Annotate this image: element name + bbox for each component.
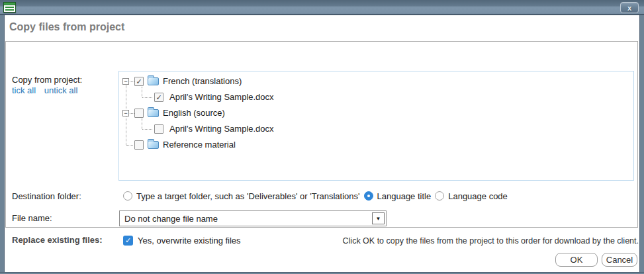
radio-language-title[interactable] bbox=[364, 191, 373, 201]
radio-target-folder[interactable] bbox=[123, 191, 132, 201]
file-name-dropdown[interactable]: Do not change file name ▼ bbox=[119, 210, 387, 226]
untick-all-link[interactable]: untick all bbox=[44, 85, 78, 95]
tree-item-label[interactable]: April's Writing Sample.docx bbox=[169, 124, 274, 134]
tree-checkbox-unchecked[interactable] bbox=[134, 109, 144, 118]
folder-icon bbox=[148, 109, 159, 117]
app-window-icon-bar bbox=[4, 3, 15, 5]
overwrite-checkbox-label[interactable]: Yes, overwrite existing files bbox=[138, 236, 241, 246]
destination-folder-label: Destination folder: bbox=[12, 191, 81, 201]
tree-item-label[interactable]: Reference material bbox=[163, 140, 236, 150]
app-window-icon-line bbox=[5, 7, 14, 8]
tree-checkbox-checked[interactable]: ✓ bbox=[154, 93, 163, 102]
dialog-content: Copy files from project Copy from projec… bbox=[5, 17, 639, 272]
radio-language-code[interactable] bbox=[435, 191, 444, 201]
tree-row-french: − ✓ French (translations) bbox=[119, 73, 633, 89]
window-frame-left bbox=[0, 15, 5, 274]
app-window-icon-line bbox=[5, 9, 14, 11]
tree-checkbox-unchecked[interactable] bbox=[134, 140, 144, 150]
app-window-icon bbox=[3, 2, 16, 13]
radio-language-title-label[interactable]: Language title bbox=[377, 191, 432, 201]
tree-row-french-file: ✓ April's Writing Sample.docx bbox=[119, 89, 633, 105]
file-name-label: File name: bbox=[12, 213, 52, 223]
copy-from-label: Copy from project: bbox=[12, 75, 82, 85]
chevron-down-icon[interactable]: ▼ bbox=[372, 212, 385, 224]
close-icon[interactable]: x bbox=[620, 2, 639, 13]
page-title: Copy files from project bbox=[9, 21, 124, 33]
collapse-expander-icon[interactable]: − bbox=[122, 78, 129, 85]
folder-icon bbox=[148, 77, 159, 85]
tree-bulk-links: tick all untick all bbox=[12, 85, 77, 95]
window-frame-right bbox=[639, 15, 644, 274]
radio-language-code-label[interactable]: Language code bbox=[448, 191, 508, 201]
overwrite-option: ✓ Yes, overwrite existing files bbox=[119, 234, 241, 247]
footer-help-text: Click OK to copy the files from the proj… bbox=[343, 236, 639, 246]
tree-checkbox-checked[interactable]: ✓ bbox=[134, 77, 144, 86]
file-tree[interactable]: − ✓ French (translations) ✓ April's Writ… bbox=[118, 71, 634, 181]
folder-icon bbox=[148, 141, 159, 149]
tick-all-link[interactable]: tick all bbox=[12, 85, 36, 95]
overwrite-checkbox[interactable]: ✓ bbox=[123, 236, 133, 246]
tree-row-english: − English (source) bbox=[119, 105, 633, 121]
radio-target-folder-label[interactable]: Type a target folder, such as 'Deliverab… bbox=[136, 191, 360, 201]
form-panel: Copy from project: tick all untick all −… bbox=[5, 41, 638, 228]
replace-existing-label: Replace existing files: bbox=[12, 235, 103, 245]
tree-item-label[interactable]: French (translations) bbox=[163, 76, 242, 86]
collapse-expander-icon[interactable]: − bbox=[122, 110, 129, 116]
window-titlebar: x bbox=[0, 0, 644, 15]
tree-item-label[interactable]: April's Writing Sample.docx bbox=[169, 92, 274, 102]
destination-options: Type a target folder, such as 'Deliverab… bbox=[119, 189, 508, 203]
tree-row-english-file: April's Writing Sample.docx bbox=[119, 121, 633, 137]
tree-row-reference: Reference material bbox=[119, 137, 633, 153]
cancel-button[interactable]: Cancel bbox=[602, 253, 637, 267]
ok-button[interactable]: OK bbox=[555, 253, 598, 267]
tree-checkbox-unchecked[interactable] bbox=[154, 124, 163, 134]
file-name-dropdown-value: Do not change file name bbox=[124, 214, 218, 224]
tree-item-label[interactable]: English (source) bbox=[163, 108, 225, 118]
